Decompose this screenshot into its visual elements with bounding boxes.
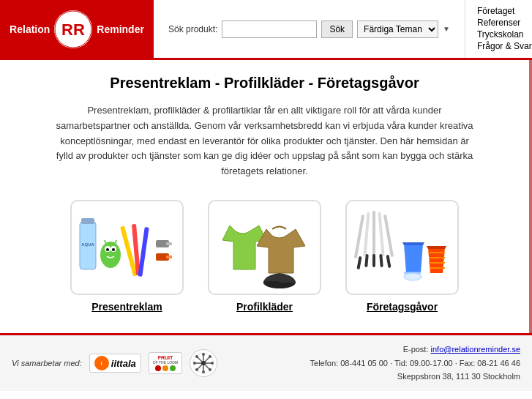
email-link[interactable]: info@relationreminder.se [431,345,520,354]
iittala-dot-icon: i [94,356,109,370]
theme-select[interactable]: Färdiga Teman [357,20,438,38]
svg-point-51 [209,355,211,358]
footer-email: E-post: info@relationreminder.se [310,343,520,357]
product-cards: AQUA [29,200,500,313]
svg-point-6 [100,242,121,268]
search-label: Sök produkt: [168,24,217,34]
product-image-presentreklam: AQUA [70,200,184,295]
svg-text:RR: RR [61,20,85,39]
nav-link-referenser[interactable]: Referenser [477,18,532,28]
snowflake-partner-logo [190,349,217,377]
svg-rect-22 [263,281,280,284]
nav-link-tryckskolan[interactable]: Tryckskolan [477,29,532,40]
svg-text:AQUA: AQUA [81,242,94,247]
profilklader-svg [211,204,318,291]
svg-rect-19 [166,256,172,258]
product-card-foretagsgavor: Företagsgåvor [344,200,461,313]
svg-rect-4 [81,218,94,224]
svg-rect-17 [166,242,172,245]
vi-samarbetar-label: Vi samarbetar med: [12,359,82,368]
hours-text: · Tid: 09.00-17.00 · Fax: [390,359,477,368]
logo-area: Relation RR Reminder [0,0,154,58]
footer-telefon: Telefon: 08-441 05 00 · Tid: 09.00-17.00… [310,357,520,370]
telefon-number: 08-441 05 00 [340,359,388,368]
svg-point-47 [193,362,196,365]
svg-rect-28 [372,211,375,256]
svg-rect-29 [372,254,375,267]
product-image-foretagsgavor [345,200,459,295]
telefon-label: Telefon: [310,359,341,368]
logo-text-right: Reminder [97,23,144,35]
product-link-profilklader[interactable]: Profilkläder [236,301,293,313]
fax-number: 08-21 46 46 [477,359,520,368]
search-button[interactable]: Sök [321,20,353,38]
svg-point-50 [209,368,211,371]
svg-point-52 [195,368,198,371]
svg-point-53 [201,361,206,365]
footer: Vi samarbetar med: i iittala FRUIT OF TH… [0,333,532,391]
search-area: Sök produkt: Sök Färdiga Teman ▼ [154,0,465,58]
svg-point-10 [112,248,115,251]
email-label: E-post: [403,345,429,354]
iittala-partner-logo: i iittala [89,354,141,373]
foretagsgavor-svg [349,204,455,291]
content-sidebar-border [529,60,532,333]
nav-col-1: Företaget Referenser Tryckskolan Frågor … [477,6,532,51]
svg-point-48 [211,362,214,365]
svg-point-9 [106,248,109,251]
nav-columns: Företaget Referenser Tryckskolan Frågor … [477,6,532,51]
content-main: Presentreklam - Profilkläder - Företagsg… [0,60,529,333]
nav-area: Företaget Referenser Tryckskolan Frågor … [465,0,532,58]
search-input[interactable] [222,20,317,38]
product-card-presentreklam: AQUA [69,200,186,313]
snowflake-icon [192,352,214,374]
logo-rr-icon: RR [54,10,92,48]
svg-rect-20 [211,204,318,291]
svg-point-39 [404,273,422,280]
dropdown-arrow-icon: ▼ [443,25,450,33]
fruit-partner-logo: FRUIT OF THE LOOM [149,352,182,374]
content-wrapper: Presentreklam - Profilkläder - Företagsg… [0,60,532,333]
page-title: Presentreklam - Profilkläder - Företagsg… [29,75,500,92]
footer-address: Skeppsbron 38, 111 30 Stockholm [310,370,520,384]
product-card-profilklader: Profilkläder [206,200,323,313]
header: Relation RR Reminder Sök produkt: Sök Fä… [0,0,532,60]
product-link-foretagsgavor[interactable]: Företagsgåvor [367,301,438,313]
product-link-presentreklam[interactable]: Presentreklam [91,301,162,313]
footer-contact: E-post: info@relationreminder.se Telefon… [310,343,520,384]
footer-left: Vi samarbetar med: i iittala FRUIT OF TH… [12,349,300,377]
iittala-text: iittala [111,358,136,369]
svg-point-49 [195,355,198,358]
product-image-profilklader [208,200,321,295]
presentreklam-svg: AQUA [74,204,180,291]
logo-text-left: Relation [10,23,50,35]
svg-point-46 [202,370,205,373]
nav-link-företaget[interactable]: Företaget [477,6,532,16]
nav-link-fragor[interactable]: Frågor & Svar [477,41,532,51]
intro-paragraph: Presentreklam, profilkläder & profilarti… [53,103,477,179]
logo-inner: Relation RR Reminder [10,10,144,48]
svg-point-45 [202,353,205,356]
